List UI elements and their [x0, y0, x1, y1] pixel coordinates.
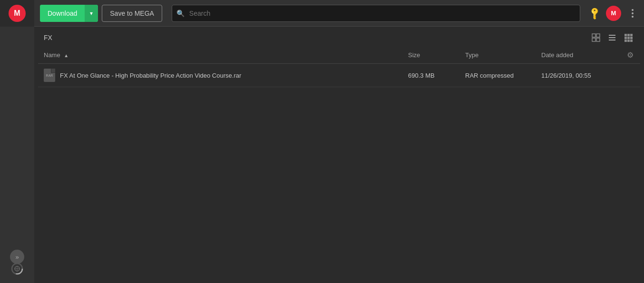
toolbar: Download ▾ Save to MEGA 🔍 🔑 M [34, 0, 644, 27]
table-row[interactable]: RAR FX At One Glance - High Probability … [38, 64, 640, 87]
more-dot-3 [632, 16, 634, 18]
svg-rect-12 [624, 34, 627, 36]
chevron-down-icon: ▾ [90, 10, 93, 17]
download-button[interactable]: Download [40, 5, 85, 22]
svg-rect-5 [592, 34, 595, 37]
file-size: 690.3 MB [402, 64, 459, 87]
file-table: Name ▲ Size Type Date added ⚙ [38, 47, 640, 87]
sidebar: M » [0, 0, 34, 283]
main-area: Download ▾ Save to MEGA 🔍 🔑 M F [34, 0, 644, 283]
download-dropdown-button[interactable]: ▾ [85, 5, 98, 22]
more-dot-1 [632, 9, 634, 11]
transfer-widget[interactable] [9, 260, 26, 277]
file-row-settings [621, 64, 640, 87]
key-icon[interactable]: 🔑 [587, 6, 602, 20]
search-input[interactable] [172, 5, 580, 22]
file-icon: RAR [44, 69, 55, 82]
image-view-icon [592, 33, 600, 42]
sidebar-bottom [9, 260, 26, 277]
header-actions: 🔑 M [590, 6, 638, 21]
save-to-mega-button[interactable]: Save to MEGA [102, 5, 162, 22]
more-options-button[interactable] [627, 9, 638, 18]
file-date-added: 11/26/2019, 00:55 [536, 64, 621, 87]
sort-arrow-name: ▲ [64, 53, 68, 58]
file-name-cell: RAR FX At One Glance - High Probability … [38, 64, 402, 87]
column-header-date-added[interactable]: Date added [536, 47, 621, 64]
column-header-size[interactable]: Size [402, 47, 459, 64]
svg-rect-20 [630, 40, 633, 42]
mega-logo-icon[interactable]: M [9, 5, 26, 22]
file-table-body: RAR FX At One Glance - High Probability … [38, 64, 640, 87]
list-view-button[interactable] [606, 31, 618, 44]
file-list-container: Name ▲ Size Type Date added ⚙ [34, 47, 644, 283]
svg-rect-7 [592, 38, 595, 41]
svg-rect-16 [627, 37, 630, 39]
svg-rect-19 [627, 40, 630, 42]
user-avatar[interactable]: M [606, 6, 621, 21]
breadcrumb: FX [44, 34, 52, 41]
column-header-settings: ⚙ [621, 47, 640, 64]
table-header-row: Name ▲ Size Type Date added ⚙ [38, 47, 640, 64]
sidebar-logo[interactable]: M [0, 0, 34, 27]
svg-rect-15 [624, 37, 627, 39]
column-header-type[interactable]: Type [459, 47, 536, 64]
download-button-group[interactable]: Download ▾ [40, 5, 98, 22]
thumbnail-view-button[interactable] [590, 31, 602, 44]
grid-view-icon [624, 33, 633, 42]
list-view-icon [608, 33, 616, 42]
svg-rect-17 [630, 37, 633, 39]
search-icon: 🔍 [176, 10, 185, 17]
more-dot-2 [632, 12, 634, 14]
svg-rect-18 [624, 40, 627, 42]
breadcrumb-bar: FX [34, 27, 644, 47]
transfer-circle-icon [10, 262, 24, 275]
column-header-name[interactable]: Name ▲ [38, 47, 402, 64]
svg-rect-13 [627, 34, 630, 36]
grid-view-button[interactable] [622, 31, 634, 44]
table-settings-button[interactable]: ⚙ [627, 51, 634, 60]
svg-rect-14 [630, 34, 633, 36]
view-controls [590, 31, 634, 44]
file-name: FX At One Glance - High Probability Pric… [60, 72, 241, 79]
search-bar: 🔍 [172, 5, 580, 22]
file-type: RAR compressed [459, 64, 536, 87]
svg-rect-6 [596, 34, 600, 37]
svg-rect-8 [596, 38, 600, 41]
